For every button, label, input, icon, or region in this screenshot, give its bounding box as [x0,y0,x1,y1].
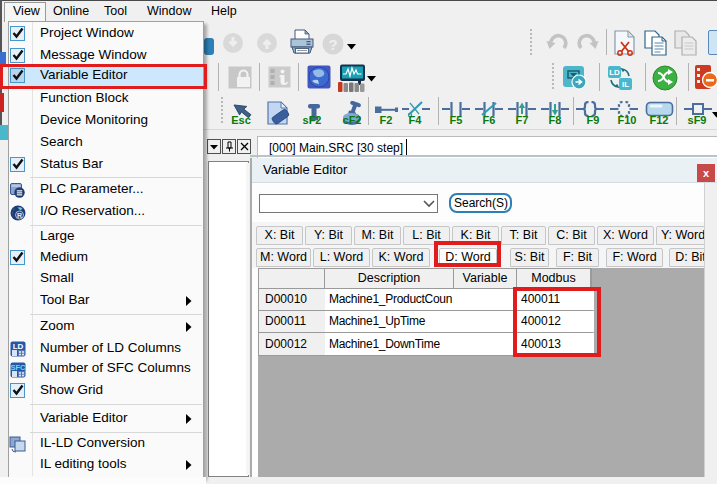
svg-text:IL: IL [622,80,629,89]
svg-text:LD: LD [609,68,620,77]
svg-text:LD: LD [13,342,24,351]
svg-text:SFC: SFC [11,363,27,372]
svg-text:?: ? [328,36,337,53]
svg-text:R: R [17,212,22,219]
